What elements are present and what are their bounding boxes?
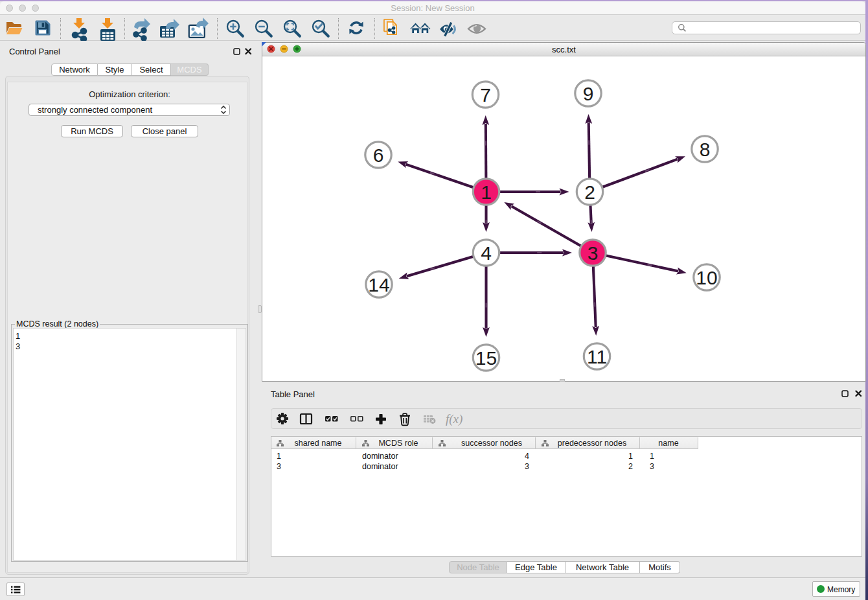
- svg-text:4: 4: [481, 242, 492, 264]
- svg-text:1: 1: [481, 181, 492, 203]
- svg-text:10: 10: [696, 267, 717, 288]
- svg-text:MCDS role: MCDS role: [378, 439, 418, 448]
- svg-text:15: 15: [475, 347, 497, 369]
- svg-text:shared name: shared name: [295, 439, 342, 448]
- svg-text:8: 8: [700, 139, 711, 160]
- svg-text:3: 3: [588, 242, 599, 264]
- svg-text:14: 14: [368, 274, 389, 295]
- svg-text:9: 9: [583, 83, 594, 104]
- svg-text:6: 6: [373, 144, 384, 166]
- svg-text:2: 2: [584, 181, 595, 203]
- svg-text:f(x): f(x): [446, 412, 463, 426]
- svg-text:name: name: [658, 439, 678, 448]
- svg-text:7: 7: [480, 84, 491, 106]
- svg-text:successor nodes: successor nodes: [461, 439, 522, 448]
- svg-text:11: 11: [587, 346, 607, 367]
- svg-text:predecessor nodes: predecessor nodes: [558, 439, 626, 448]
